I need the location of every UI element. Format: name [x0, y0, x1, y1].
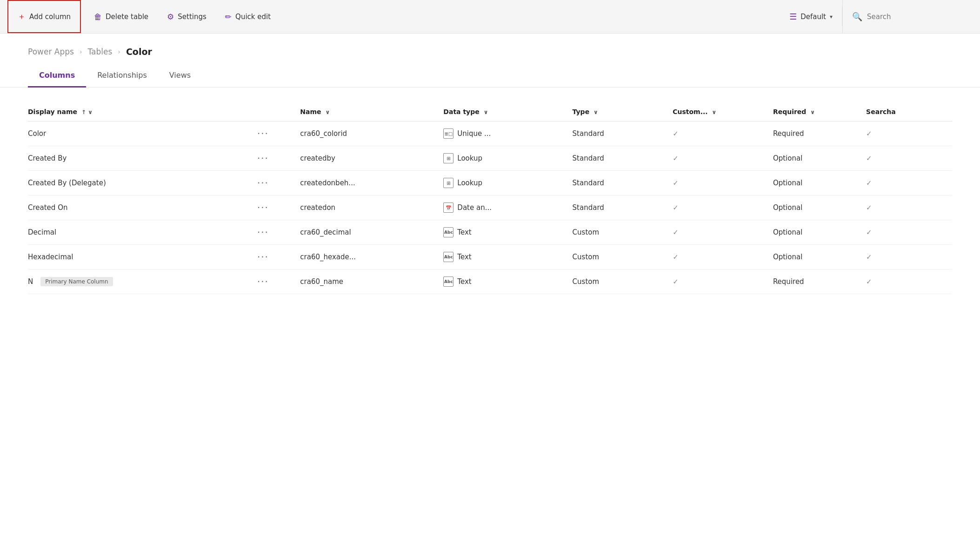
col-header-name[interactable]: Name ∨ — [300, 102, 443, 121]
cell-datatype-1: ⊞ Lookup — [443, 146, 572, 171]
settings-button[interactable]: ⚙ Settings — [158, 0, 216, 33]
table-row: Decimal ··· cra60_decimal Abc Text Custo… — [28, 220, 952, 245]
cell-required-3: Optional — [773, 196, 866, 220]
row-menu-dots-3[interactable]: ··· — [257, 202, 269, 213]
cell-datatype-3: 📅 Date an... — [443, 196, 572, 220]
row-menu-dots-4[interactable]: ··· — [257, 227, 269, 238]
sort-icons-custom: ∨ — [712, 109, 717, 115]
search-input[interactable] — [867, 13, 963, 21]
cell-type-4: Custom — [573, 220, 673, 245]
delete-table-label: Delete table — [106, 13, 148, 21]
col-header-type[interactable]: Type ∨ — [573, 102, 673, 121]
cell-searchable-2: ✓ — [866, 171, 952, 196]
toolbar-right: ☰ Default ▾ 🔍 — [780, 0, 973, 33]
cell-dots-4[interactable]: ··· — [257, 220, 300, 245]
tab-columns[interactable]: Columns — [28, 64, 86, 88]
col-header-required[interactable]: Required ∨ — [773, 102, 866, 121]
custom-check-2: ✓ — [673, 179, 679, 187]
cell-type-1: Standard — [573, 146, 673, 171]
cell-custom-6: ✓ — [673, 270, 773, 294]
custom-check-5: ✓ — [673, 253, 679, 261]
cell-display-name-4: Decimal — [28, 220, 257, 245]
searchable-check-3: ✓ — [866, 203, 872, 212]
row-menu-dots-5[interactable]: ··· — [257, 251, 269, 263]
breadcrumb-current: Color — [126, 47, 152, 57]
cell-dots-1[interactable]: ··· — [257, 146, 300, 171]
cell-required-2: Optional — [773, 171, 866, 196]
hamburger-icon: ☰ — [789, 12, 797, 21]
cell-searchable-3: ✓ — [866, 196, 952, 220]
cell-display-name-6: NPrimary Name Column — [28, 270, 257, 294]
custom-check-4: ✓ — [673, 228, 679, 236]
cell-required-1: Optional — [773, 146, 866, 171]
cell-custom-5: ✓ — [673, 245, 773, 270]
cell-datatype-5: Abc Text — [443, 245, 572, 270]
plus-icon: ＋ — [18, 11, 26, 22]
col-header-custom[interactable]: Custom... ∨ — [673, 102, 773, 121]
default-button[interactable]: ☰ Default ▾ — [780, 7, 842, 26]
cell-custom-3: ✓ — [673, 196, 773, 220]
table-area: Display name ↑ ∨ Name ∨ Data type ∨ Type… — [0, 88, 980, 294]
cell-searchable-0: ✓ — [866, 121, 952, 146]
cell-searchable-1: ✓ — [866, 146, 952, 171]
cell-name-5: cra60_hexade... — [300, 245, 443, 270]
row-menu-dots-1[interactable]: ··· — [257, 153, 269, 164]
datatype-icon-lookup: ⊞ — [443, 153, 453, 163]
custom-check-6: ✓ — [673, 277, 679, 286]
cell-custom-2: ✓ — [673, 171, 773, 196]
breadcrumb-tables[interactable]: Tables — [87, 47, 112, 56]
cell-dots-2[interactable]: ··· — [257, 171, 300, 196]
cell-type-2: Standard — [573, 171, 673, 196]
table-row: Created By (Delegate) ··· createdonbeh..… — [28, 171, 952, 196]
col-header-actions — [257, 102, 300, 121]
searchable-check-2: ✓ — [866, 179, 872, 187]
chevron-down-icon: ▾ — [830, 13, 833, 20]
delete-table-button[interactable]: 🗑 Delete table — [85, 0, 158, 33]
row-menu-dots-0[interactable]: ··· — [257, 128, 269, 139]
col-header-datatype[interactable]: Data type ∨ — [443, 102, 572, 121]
col-header-searchable[interactable]: Searcha — [866, 102, 952, 121]
custom-check-3: ✓ — [673, 203, 679, 212]
datatype-icon-text: Abc — [443, 277, 453, 287]
gear-icon: ⚙ — [167, 12, 174, 21]
cell-datatype-6: Abc Text — [443, 270, 572, 294]
searchable-check-6: ✓ — [866, 277, 872, 286]
cell-display-name-5: Hexadecimal — [28, 245, 257, 270]
cell-required-4: Optional — [773, 220, 866, 245]
breadcrumb: Power Apps › Tables › Color — [0, 34, 980, 64]
table-row: Color ··· cra60_colorid ≡□ Unique ... St… — [28, 121, 952, 146]
tabs: Columns Relationships Views — [0, 64, 980, 88]
cell-custom-4: ✓ — [673, 220, 773, 245]
row-menu-dots-6[interactable]: ··· — [257, 276, 269, 287]
searchable-check-0: ✓ — [866, 129, 872, 138]
add-column-label: Add column — [29, 13, 71, 21]
cell-searchable-6: ✓ — [866, 270, 952, 294]
cell-dots-3[interactable]: ··· — [257, 196, 300, 220]
table-row: NPrimary Name Column ··· cra60_name Abc … — [28, 270, 952, 294]
add-column-button[interactable]: ＋ Add column — [7, 0, 81, 33]
cell-dots-0[interactable]: ··· — [257, 121, 300, 146]
tab-views[interactable]: Views — [158, 64, 202, 88]
sort-icons-display: ↑ ∨ — [81, 109, 93, 115]
cell-custom-1: ✓ — [673, 146, 773, 171]
table-row: Created On ··· createdon 📅 Date an... St… — [28, 196, 952, 220]
pencil-icon: ✏ — [225, 12, 232, 21]
cell-datatype-0: ≡□ Unique ... — [443, 121, 572, 146]
cell-required-6: Required — [773, 270, 866, 294]
table-header-row: Display name ↑ ∨ Name ∨ Data type ∨ Type… — [28, 102, 952, 121]
cell-searchable-4: ✓ — [866, 220, 952, 245]
cell-dots-5[interactable]: ··· — [257, 245, 300, 270]
row-menu-dots-2[interactable]: ··· — [257, 177, 269, 189]
quick-edit-button[interactable]: ✏ Quick edit — [216, 0, 280, 33]
breadcrumb-powerapps[interactable]: Power Apps — [28, 47, 74, 56]
col-header-display-name[interactable]: Display name ↑ ∨ — [28, 102, 257, 121]
cell-required-5: Optional — [773, 245, 866, 270]
tab-relationships[interactable]: Relationships — [86, 64, 158, 88]
cell-name-3: createdon — [300, 196, 443, 220]
cell-display-name-3: Created On — [28, 196, 257, 220]
cell-type-0: Standard — [573, 121, 673, 146]
cell-dots-6[interactable]: ··· — [257, 270, 300, 294]
quick-edit-label: Quick edit — [235, 13, 271, 21]
cell-name-2: createdonbeh... — [300, 171, 443, 196]
breadcrumb-sep-1: › — [80, 48, 82, 55]
